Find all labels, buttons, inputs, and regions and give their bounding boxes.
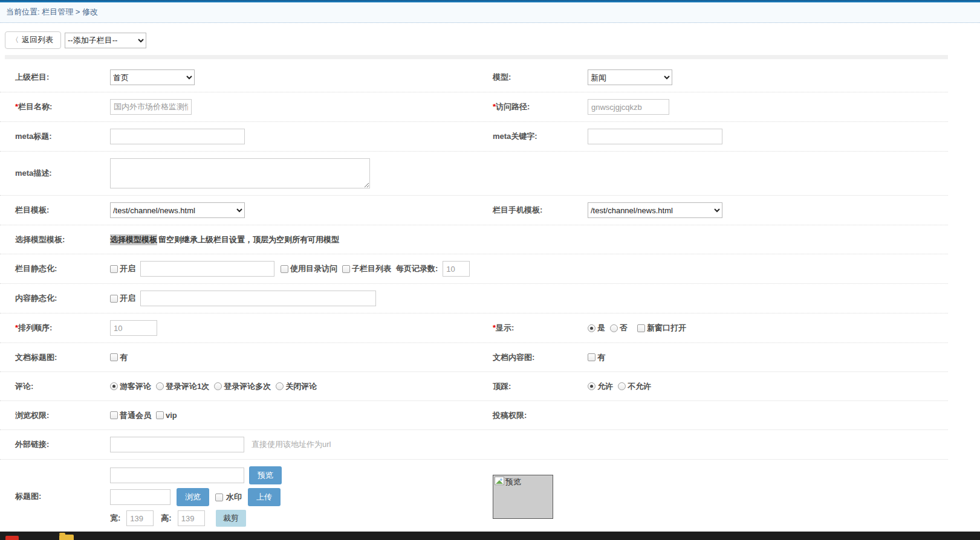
meta-keywords-label: meta关键字:	[493, 131, 588, 142]
breadcrumb: 当前位置: 栏目管理 > 修改	[0, 2, 980, 23]
title-img-preview-box: 预览	[493, 475, 553, 519]
title-img-url-input[interactable]	[110, 468, 244, 483]
dir-access-checkbox[interactable]	[281, 265, 288, 273]
model-template-label: 选择模型模板:	[15, 234, 110, 245]
model-label: 模型:	[493, 72, 588, 83]
title-img-upload-button[interactable]: 上传	[248, 488, 281, 506]
content-static-rule-input[interactable]	[140, 291, 376, 306]
vote-deny-label: 不允许	[628, 381, 651, 392]
model-template-hint: 留空则继承上级栏目设置，顶层为空则所有可用模型	[158, 234, 339, 245]
doc-content-img-label: 文档内容图:	[493, 352, 588, 363]
display-yes-radio[interactable]	[588, 324, 595, 332]
display-label: *显示:	[493, 323, 588, 333]
comments-label: 评论:	[15, 381, 110, 392]
broken-image-icon	[495, 477, 504, 485]
title-img-browse-button[interactable]: 浏览	[177, 488, 209, 506]
form-row: 栏目静态化: 开启 使用目录访问 子栏目列表 每页记录数:	[0, 254, 948, 284]
content-static-label: 内容静态化:	[15, 293, 110, 304]
watermark-checkbox[interactable]	[215, 493, 223, 501]
title-img-label: 标题图:	[15, 491, 110, 502]
form-row: *排列顺序: *显示: 是 否 新窗口打开	[0, 313, 948, 343]
view-perm-member-label: 普通会员	[120, 410, 151, 421]
form-row: *栏目名称: *访问路径:	[0, 92, 948, 122]
meta-keywords-input[interactable]	[588, 129, 722, 144]
display-yes-label: 是	[597, 323, 605, 333]
chevron-left-icon: 〈	[11, 35, 19, 45]
display-no-label: 否	[620, 323, 628, 333]
channel-static-label: 栏目静态化:	[15, 263, 110, 274]
title-img-preview-button[interactable]: 预览	[249, 466, 282, 484]
back-to-list-button[interactable]: 〈 返回列表	[5, 31, 61, 49]
form-row: meta描述:	[0, 152, 948, 196]
view-perm-member-checkbox[interactable]	[110, 411, 118, 419]
crop-height-input[interactable]	[178, 510, 205, 526]
crop-height-label: 高:	[161, 513, 171, 524]
view-perm-vip-checkbox[interactable]	[156, 411, 164, 419]
toolbar: 〈 返回列表 --添加子栏目--	[5, 31, 980, 49]
content-static-enable-checkbox[interactable]	[110, 295, 118, 303]
crop-width-label: 宽:	[110, 513, 120, 524]
channel-template-select[interactable]: /test/channel/news.html	[110, 202, 245, 218]
view-perm-label: 浏览权限:	[15, 410, 110, 421]
crop-button[interactable]: 裁剪	[216, 510, 246, 527]
access-path-label: *访问路径:	[493, 101, 588, 112]
external-link-hint: 直接使用该地址作为url	[251, 439, 331, 450]
per-page-label: 每页记录数:	[396, 263, 438, 274]
meta-desc-textarea[interactable]	[110, 158, 370, 188]
channel-mobile-template-select[interactable]: /test/channel/news.html	[588, 202, 722, 218]
channel-static-enable-checkbox[interactable]	[110, 265, 118, 273]
channel-name-label: *栏目名称:	[15, 101, 110, 112]
comments-login-multi-label: 登录评论多次	[224, 381, 271, 392]
content-static-enable-label: 开启	[120, 293, 135, 304]
meta-desc-label: meta描述:	[15, 168, 110, 179]
vote-deny-radio[interactable]	[618, 382, 626, 390]
display-no-radio[interactable]	[610, 324, 618, 332]
comments-login-multi-radio[interactable]	[214, 382, 222, 390]
vote-allow-label: 允许	[597, 381, 613, 392]
parent-channel-label: 上级栏目:	[15, 72, 110, 83]
external-link-input[interactable]	[110, 437, 244, 452]
preview-alt-text: 预览	[505, 477, 521, 487]
form-row: 评论: 游客评论 登录评论1次 登录评论多次 关闭评论 顶踩: 允许 不允许	[0, 372, 948, 401]
new-window-checkbox[interactable]	[637, 324, 645, 332]
crop-width-input[interactable]	[126, 510, 154, 526]
doc-title-img-checkbox[interactable]	[110, 353, 118, 361]
sub-list-checkbox[interactable]	[342, 265, 350, 273]
model-select[interactable]: 新闻	[588, 69, 672, 85]
panel-top-strip	[5, 55, 948, 59]
comments-closed-radio[interactable]	[276, 382, 284, 390]
comments-closed-label: 关闭评论	[285, 381, 317, 392]
taskbar-red-app-icon[interactable]	[5, 536, 19, 540]
doc-content-img-checkbox[interactable]	[588, 353, 595, 361]
channel-edit-form: 上级栏目: 首页 模型: 新闻 *栏目名称: *访问路径: meta标题: me…	[0, 63, 980, 533]
access-path-input[interactable]	[588, 99, 669, 115]
form-row: 内容静态化: 开启	[0, 284, 948, 313]
choose-model-template-link[interactable]: 选择模型模板	[110, 234, 157, 245]
folder-icon[interactable]	[59, 535, 74, 540]
per-page-input[interactable]	[443, 261, 470, 277]
channel-static-rule-input[interactable]	[140, 261, 274, 277]
comments-login-once-radio[interactable]	[156, 382, 164, 390]
doc-title-img-has-label: 有	[120, 352, 128, 363]
channel-name-input[interactable]	[110, 99, 192, 115]
comments-login-once-label: 登录评论1次	[166, 381, 209, 392]
taskbar[interactable]	[0, 532, 980, 540]
parent-channel-select[interactable]: 首页	[110, 69, 195, 85]
add-child-channel-select[interactable]: --添加子栏目--	[65, 33, 146, 48]
comments-guest-radio[interactable]	[110, 382, 118, 390]
vote-allow-radio[interactable]	[588, 382, 595, 390]
sort-order-input[interactable]	[110, 320, 157, 336]
meta-title-input[interactable]	[110, 129, 245, 144]
sub-list-label: 子栏目列表	[352, 263, 391, 274]
meta-title-label: meta标题:	[15, 131, 110, 142]
form-row: 外部链接: 直接使用该地址作为url	[0, 430, 948, 460]
vote-label: 顶踩:	[493, 381, 588, 392]
title-img-file-input[interactable]	[110, 489, 170, 505]
channel-mobile-template-label: 栏目手机模板:	[493, 205, 588, 216]
channel-template-label: 栏目模板:	[15, 205, 110, 216]
back-to-list-label: 返回列表	[22, 34, 53, 45]
sort-order-label: *排列顺序:	[15, 323, 110, 333]
channel-static-enable-label: 开启	[120, 263, 135, 274]
new-window-label: 新窗口打开	[647, 323, 686, 333]
doc-title-img-label: 文档标题图:	[15, 352, 110, 363]
